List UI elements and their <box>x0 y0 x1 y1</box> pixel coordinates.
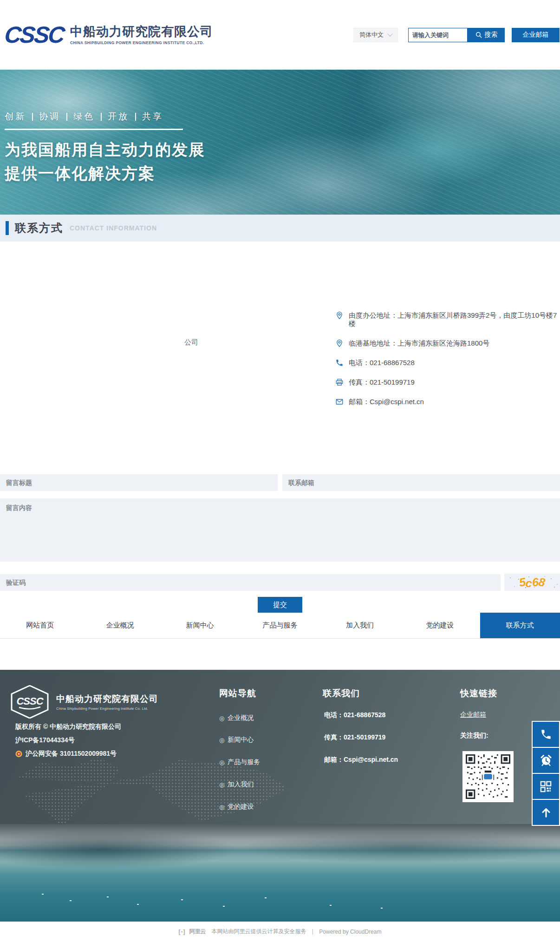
police-badge-icon <box>15 750 22 758</box>
enterprise-mail-link[interactable]: 企业邮箱 <box>460 711 486 719</box>
police-record-link[interactable]: 沪公网安备 31011502009981号 <box>15 750 117 758</box>
chevron-down-icon <box>387 31 392 36</box>
powered-by-link[interactable]: Powered by CloudDream <box>319 929 381 935</box>
language-selector[interactable]: 简体中文 <box>353 28 398 42</box>
aliyun-logo-text: 阿里云 <box>189 928 206 935</box>
company-map-broken-image: 公司 <box>184 338 198 347</box>
footer-link-label: 企业概况 <box>228 714 254 722</box>
page-title: 联系方式 <box>15 221 63 236</box>
footer-link-products[interactable]: ◎产品与服务 <box>219 758 260 766</box>
footer-nav-title: 网站导航 <box>219 687 256 700</box>
contact-address-2: 临港基地地址：上海市浦东新区沧海路1800号 <box>349 339 489 347</box>
captcha-input[interactable] <box>0 574 501 591</box>
page-title-en: CONTACT INFORMATION <box>70 224 157 232</box>
contact-address-1: 由度办公地址：上海市浦东新区川桥路399弄2号，由度工坊10号楼7楼 <box>349 311 560 328</box>
floating-sidebar <box>532 721 560 826</box>
slogan-divider <box>101 113 102 121</box>
list-item: 邮箱：Cspi@cspi.net.cn <box>335 398 560 406</box>
fax-icon <box>335 378 344 386</box>
list-item: 临港基地地址：上海市浦东新区沧海路1800号 <box>335 339 560 347</box>
nav-item-join[interactable]: 加入我们 <box>320 613 400 638</box>
section-accent-bar <box>6 221 9 235</box>
hero-underline <box>5 129 183 130</box>
message-form: 5 c 6 8 提交 <box>0 470 560 613</box>
nav-item-products[interactable]: 产品与服务 <box>240 613 320 638</box>
list-item: 电话：021-68867528 <box>335 359 560 367</box>
search-button[interactable]: 搜索 <box>468 28 505 42</box>
float-service-time-button[interactable] <box>532 747 560 774</box>
captcha-image[interactable]: 5 c 6 8 <box>504 574 560 591</box>
police-record-text: 沪公网安备 31011502009981号 <box>26 750 117 758</box>
cssc-hexagon-logo: CSSC <box>11 685 49 719</box>
nav-item-party[interactable]: 党的建设 <box>400 613 480 638</box>
contact-email-input[interactable] <box>282 474 560 491</box>
bullet-icon: ◎ <box>219 781 224 788</box>
footer-company-names: 中船动力研究院有限公司 China Shipbuilding Power Eng… <box>56 693 158 711</box>
slogan-word: 开放 <box>108 111 129 123</box>
nav-item-about[interactable]: 企业概况 <box>80 613 160 638</box>
credit-separator: ｜ <box>310 928 316 935</box>
arrow-up-icon <box>540 806 552 818</box>
company-name-block: 中船动力研究院有限公司 CHINA SHIPBUILDING POWER ENG… <box>70 25 213 45</box>
location-icon <box>335 339 344 347</box>
slogan-divider <box>66 113 67 121</box>
footer-phone: 电话：021-68867528 <box>324 711 385 720</box>
contact-section: 公司 由度办公地址：上海市浦东新区川桥路399弄2号，由度工坊10号楼7楼 临港… <box>0 242 560 470</box>
bullet-icon: ◎ <box>219 715 224 722</box>
hosting-note: 本网站由阿里云提供云计算及安全服务 <box>212 928 306 935</box>
alarm-clock-icon <box>540 754 553 767</box>
language-label: 简体中文 <box>359 31 384 39</box>
nav-item-news[interactable]: 新闻中心 <box>160 613 240 638</box>
spacer <box>0 639 560 670</box>
hero-title-line1: 为我国船用自主动力的发展 <box>5 138 560 162</box>
float-back-to-top-button[interactable] <box>532 799 560 826</box>
header-controls: 简体中文 搜索 企业邮箱 <box>353 28 560 42</box>
hero-title-line2: 提供一体化解决方案 <box>5 162 560 185</box>
search-icon <box>475 31 482 39</box>
footer-contact-title: 联系我们 <box>323 687 360 700</box>
list-item: 传真：021-50199719 <box>335 378 560 386</box>
wechat-qr-code <box>462 751 514 802</box>
footer-link-news[interactable]: ◎新闻中心 <box>219 736 254 744</box>
phone-icon <box>335 359 344 367</box>
slogan-word: 创新 <box>5 111 26 123</box>
slogan-divider <box>135 113 136 121</box>
svg-text:CSSC: CSSC <box>16 695 44 707</box>
slogan-word: 协调 <box>39 111 60 123</box>
message-title-input[interactable] <box>0 474 278 491</box>
hero-slogan: 创新协调绿色开放共享 <box>5 111 560 123</box>
contact-info-list: 由度办公地址：上海市浦东新区川桥路399弄2号，由度工坊10号楼7楼 临港基地地… <box>335 311 560 417</box>
qr-code-icon <box>540 780 552 793</box>
footer-link-about[interactable]: ◎企业概况 <box>219 714 254 722</box>
slogan-word: 共享 <box>142 111 163 123</box>
copyright-text: 版权所有 © 中船动力研究院有限公司 <box>15 723 121 731</box>
captcha-row: 5 c 6 8 <box>0 574 560 591</box>
float-phone-button[interactable] <box>532 721 560 748</box>
message-content-textarea[interactable] <box>0 498 560 562</box>
nav-item-contact-active[interactable]: 联系方式 <box>480 613 560 638</box>
submit-button[interactable]: 提交 <box>258 597 302 613</box>
nav-item-home[interactable]: 网站首页 <box>0 613 80 638</box>
footer-logo-row: CSSC 中船动力研究院有限公司 China Shipbuilding Powe… <box>11 685 158 719</box>
bottom-nav: 网站首页 企业概况 新闻中心 产品与服务 加入我们 党的建设 联系方式 <box>0 613 560 639</box>
list-item: 由度办公地址：上海市浦东新区川桥路399弄2号，由度工坊10号楼7楼 <box>335 311 560 328</box>
float-qrcode-button[interactable] <box>532 773 560 800</box>
footer-fax: 传真：021-50199719 <box>324 733 385 742</box>
footer-link-join[interactable]: ◎加入我们 <box>219 780 254 789</box>
site-footer: CSSC 中船动力研究院有限公司 China Shipbuilding Powe… <box>0 670 560 922</box>
search-input[interactable] <box>408 28 468 42</box>
enterprise-mail-button[interactable]: 企业邮箱 <box>512 28 560 42</box>
aliyun-logo-icon: [-] <box>179 929 186 935</box>
boats-decoration <box>42 894 44 895</box>
phone-icon <box>540 728 552 740</box>
footer-link-label: 产品与服务 <box>228 758 260 766</box>
hero-banner: 创新协调绿色开放共享 为我国船用自主动力的发展 提供一体化解决方案 <box>0 70 560 215</box>
company-logo[interactable]: CSSC 中船动力研究院有限公司 CHINA SHIPBUILDING POWE… <box>5 23 213 46</box>
captcha-char: 8 <box>538 575 546 589</box>
form-row-1 <box>0 474 560 491</box>
contact-phone: 电话：021-68867528 <box>349 359 415 367</box>
follow-us-label: 关注我们: <box>460 732 488 740</box>
icp-number[interactable]: 沪ICP备17044334号 <box>15 736 75 745</box>
footer-link-party[interactable]: ◎党的建设 <box>219 803 254 811</box>
footer-link-label: 新闻中心 <box>228 736 254 744</box>
